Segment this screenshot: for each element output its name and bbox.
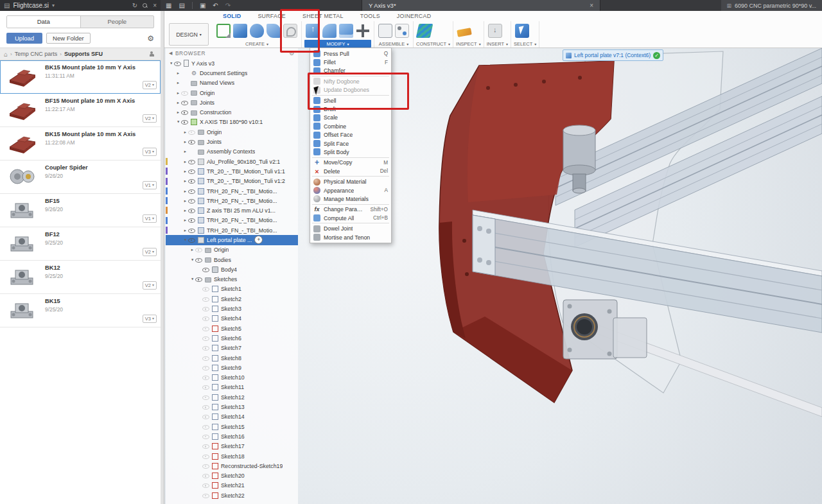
tree-row[interactable]: ▸Sketch9 — [166, 363, 298, 372]
tab-solid[interactable]: SOLID — [223, 13, 241, 19]
visibility-eye-icon[interactable] — [202, 473, 209, 479]
menu-item-fillet[interactable]: FilletF — [310, 58, 391, 66]
collapse-arrow-icon[interactable]: ▸ — [190, 257, 195, 263]
tree-row[interactable]: ▸TRH_20_FN_-_TBI_Motio... — [166, 216, 298, 225]
tab-data[interactable]: Data — [7, 16, 81, 28]
project-caret-icon[interactable]: ▾ — [52, 3, 55, 8]
tree-row[interactable]: ▸X AXIS TBI 180*90 v10:1 — [166, 117, 298, 127]
version-badge[interactable]: V2▾ — [143, 248, 157, 256]
new-component-icon[interactable] — [378, 24, 392, 38]
expand-arrow-icon[interactable]: ▸ — [175, 80, 181, 85]
visibility-eye-icon[interactable] — [202, 433, 209, 440]
breadcrumb-root[interactable]: Temp CNC parts — [15, 51, 58, 57]
tree-row[interactable]: ▸Joints — [166, 137, 298, 146]
visibility-eye-icon[interactable] — [181, 119, 188, 125]
menu-item-combine[interactable]: Combine — [310, 122, 391, 130]
menu-item-split-body[interactable]: Split Body — [310, 148, 391, 156]
apps-grid-icon[interactable]: ▦ — [166, 2, 171, 9]
visibility-eye-icon[interactable] — [202, 306, 209, 312]
construction-plane-icon[interactable] — [416, 24, 433, 38]
visibility-eye-icon[interactable] — [202, 413, 209, 420]
extrude-icon[interactable] — [233, 24, 247, 38]
tab-joinercad[interactable]: JOINERCAD — [397, 13, 432, 19]
visibility-eye-icon[interactable] — [181, 109, 188, 116]
file-list-item[interactable]: Coupler Spider9/26/20V1▾ — [0, 161, 161, 194]
version-badge[interactable]: V3▾ — [143, 315, 157, 323]
select-icon[interactable] — [515, 24, 529, 38]
tree-row[interactable]: ▸TRH_20_FN_-_TBI_Motio... — [166, 186, 298, 196]
tree-row[interactable]: ▸Sketch6 — [166, 333, 298, 343]
visibility-eye-icon[interactable] — [202, 286, 209, 292]
tree-row[interactable]: ▸Sketch22 — [166, 491, 298, 500]
search-icon[interactable] — [143, 3, 148, 8]
group-label-inspect[interactable]: INSPECT▾ — [456, 40, 481, 48]
create-sketch-icon[interactable] — [216, 24, 231, 38]
move-icon[interactable] — [356, 24, 370, 38]
shell-icon[interactable] — [339, 24, 353, 38]
tree-row[interactable]: ▸Named Views — [166, 78, 298, 88]
file-list-item[interactable]: BF159/26/20V1▾ — [0, 194, 161, 227]
menu-item-scale[interactable]: Scale — [310, 114, 391, 122]
version-badge[interactable]: V2▾ — [143, 81, 157, 89]
visibility-eye-icon[interactable] — [202, 453, 209, 460]
expand-arrow-icon[interactable]: ▸ — [182, 169, 188, 174]
tree-row[interactable]: ▸Sketch8 — [166, 353, 298, 363]
panel-divider[interactable] — [161, 11, 164, 504]
visibility-eye-icon[interactable] — [202, 374, 209, 381]
tree-row[interactable]: ▸Sketch14 — [166, 412, 298, 422]
tab-tools[interactable]: TOOLS — [360, 13, 380, 19]
menu-item-manage-materials[interactable]: Manage Materials — [310, 195, 391, 203]
expand-arrow-icon[interactable]: ▸ — [182, 218, 188, 223]
tree-row[interactable]: ▸Sketch11 — [166, 383, 298, 392]
tree-row[interactable]: ▸TR_20_-_TBI_Motion_Tuli v1:2 — [166, 177, 298, 186]
expand-arrow-icon[interactable]: ▸ — [182, 130, 188, 135]
visibility-eye-icon[interactable] — [202, 315, 209, 322]
visibility-eye-icon[interactable] — [202, 404, 209, 410]
visibility-eye-icon[interactable] — [188, 217, 195, 223]
visibility-eye-icon[interactable] — [188, 129, 195, 135]
measure-icon[interactable] — [457, 28, 472, 37]
version-badge[interactable]: V1▾ — [143, 181, 157, 189]
visibility-eye-icon[interactable] — [188, 207, 195, 214]
visibility-eye-icon[interactable] — [188, 227, 195, 234]
visibility-eye-icon[interactable] — [202, 443, 209, 449]
tree-row[interactable]: ▸Sketch7 — [166, 343, 298, 353]
tree-row[interactable]: ▸Sketch13 — [166, 402, 298, 412]
file-list-item[interactable]: BF15 Mount plate 10 mm X Axis11:22:17 AM… — [0, 94, 161, 127]
tree-row[interactable]: ▸Left portal plate ...+ — [166, 235, 298, 245]
menu-item-press-pull[interactable]: Press PullQ — [310, 49, 391, 58]
tree-row[interactable]: ▸Sketch10 — [166, 373, 298, 383]
version-badge[interactable]: V1▾ — [143, 214, 157, 223]
document-tab[interactable]: Y Axis v3* × — [362, 0, 600, 11]
collapse-arrow-icon[interactable]: ▸ — [169, 60, 174, 66]
collapse-arrow-icon[interactable]: ▸ — [176, 119, 181, 125]
file-list-item[interactable]: BK159/25/20V3▾ — [0, 294, 161, 327]
menu-item-compute-all[interactable]: Compute AllCtrl+B — [310, 214, 391, 222]
members-icon[interactable] — [150, 51, 157, 57]
undo-icon[interactable]: ↶ — [213, 2, 218, 9]
version-badge[interactable]: V3▾ — [143, 148, 157, 156]
collapse-browser-icon[interactable]: ◀ — [169, 51, 173, 56]
upload-button[interactable]: Upload — [6, 33, 42, 44]
file-list-item[interactable]: BK15 Mount plate 10 mm Y Axis11:31:11 AM… — [0, 60, 161, 94]
menu-item-appearance[interactable]: AppearanceA — [310, 186, 391, 195]
tree-row[interactable]: ▸Joints — [166, 98, 298, 107]
expand-arrow-icon[interactable]: ▸ — [175, 110, 181, 115]
secondary-window-tab[interactable]: ⊞ 6090 CNC parametric 90*90 v... — [721, 0, 822, 11]
tree-row[interactable]: ▸Sketch3 — [166, 304, 298, 313]
edit-in-place-icon[interactable]: + — [254, 236, 263, 244]
expand-arrow-icon[interactable]: ▸ — [175, 100, 181, 105]
visibility-eye-icon[interactable] — [202, 384, 209, 390]
expand-arrow-icon[interactable]: ▸ — [175, 71, 181, 76]
expand-arrow-icon[interactable]: ▸ — [182, 159, 188, 164]
visibility-eye-icon[interactable] — [202, 463, 209, 469]
tree-row[interactable]: ▸Reconstructed-Sketch19 — [166, 461, 298, 471]
new-folder-button[interactable]: New Folder — [46, 33, 91, 44]
visibility-eye-icon[interactable] — [202, 326, 209, 332]
group-label-assemble[interactable]: ASSEMBLE▾ — [377, 40, 410, 48]
tree-row[interactable]: ▸Alu_Profile_90x180_Tuli v2:1 — [166, 157, 298, 166]
menu-item-mortise-and-tenon[interactable]: Mortise and Tenon — [310, 233, 391, 241]
visibility-eye-icon[interactable] — [202, 482, 209, 489]
design-dropdown[interactable]: DESIGN ▾ — [169, 23, 209, 46]
tree-row[interactable]: ▸Sketch17 — [166, 442, 298, 451]
